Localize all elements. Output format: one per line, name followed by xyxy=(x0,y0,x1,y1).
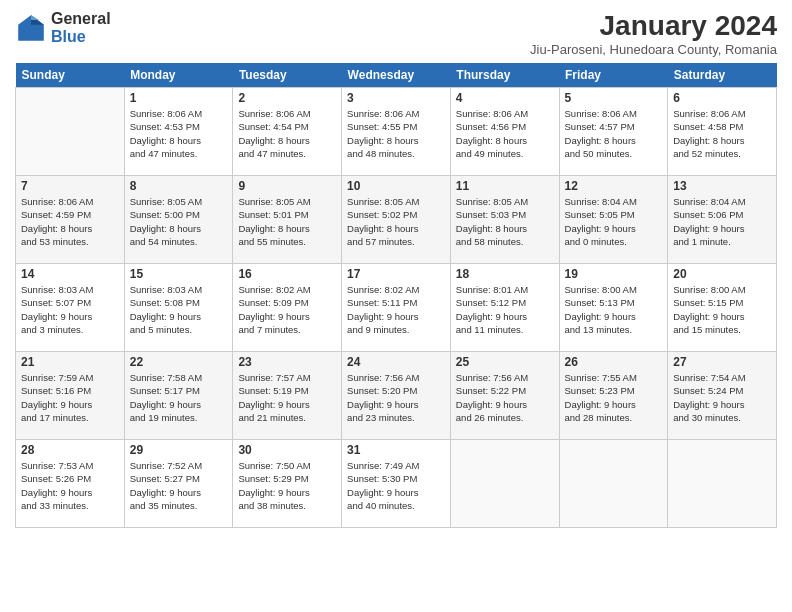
calendar-cell: 9Sunrise: 8:05 AM Sunset: 5:01 PM Daylig… xyxy=(233,176,342,264)
day-number: 5 xyxy=(565,91,663,105)
day-info: Sunrise: 8:06 AM Sunset: 4:54 PM Dayligh… xyxy=(238,107,336,160)
week-row-1: 1Sunrise: 8:06 AM Sunset: 4:53 PM Daylig… xyxy=(16,88,777,176)
day-info: Sunrise: 7:49 AM Sunset: 5:30 PM Dayligh… xyxy=(347,459,445,512)
calendar-cell: 25Sunrise: 7:56 AM Sunset: 5:22 PM Dayli… xyxy=(450,352,559,440)
calendar-cell xyxy=(559,440,668,528)
col-sunday: Sunday xyxy=(16,63,125,88)
logo-icon xyxy=(15,12,47,44)
calendar-cell: 2Sunrise: 8:06 AM Sunset: 4:54 PM Daylig… xyxy=(233,88,342,176)
day-number: 4 xyxy=(456,91,554,105)
day-info: Sunrise: 7:56 AM Sunset: 5:22 PM Dayligh… xyxy=(456,371,554,424)
week-row-5: 28Sunrise: 7:53 AM Sunset: 5:26 PM Dayli… xyxy=(16,440,777,528)
day-number: 2 xyxy=(238,91,336,105)
week-row-3: 14Sunrise: 8:03 AM Sunset: 5:07 PM Dayli… xyxy=(16,264,777,352)
day-number: 27 xyxy=(673,355,771,369)
page: General Blue January 2024 Jiu-Paroseni, … xyxy=(0,0,792,612)
calendar-cell: 15Sunrise: 8:03 AM Sunset: 5:08 PM Dayli… xyxy=(124,264,233,352)
day-info: Sunrise: 8:02 AM Sunset: 5:09 PM Dayligh… xyxy=(238,283,336,336)
calendar-cell: 7Sunrise: 8:06 AM Sunset: 4:59 PM Daylig… xyxy=(16,176,125,264)
day-number: 1 xyxy=(130,91,228,105)
day-number: 20 xyxy=(673,267,771,281)
calendar-cell: 10Sunrise: 8:05 AM Sunset: 5:02 PM Dayli… xyxy=(342,176,451,264)
day-number: 13 xyxy=(673,179,771,193)
calendar-cell: 26Sunrise: 7:55 AM Sunset: 5:23 PM Dayli… xyxy=(559,352,668,440)
svg-marker-2 xyxy=(31,15,39,20)
day-number: 7 xyxy=(21,179,119,193)
col-friday: Friday xyxy=(559,63,668,88)
calendar-cell: 11Sunrise: 8:05 AM Sunset: 5:03 PM Dayli… xyxy=(450,176,559,264)
logo-blue: Blue xyxy=(51,28,111,46)
day-info: Sunrise: 8:05 AM Sunset: 5:03 PM Dayligh… xyxy=(456,195,554,248)
subtitle: Jiu-Paroseni, Hunedoara County, Romania xyxy=(530,42,777,57)
day-info: Sunrise: 7:54 AM Sunset: 5:24 PM Dayligh… xyxy=(673,371,771,424)
day-info: Sunrise: 7:56 AM Sunset: 5:20 PM Dayligh… xyxy=(347,371,445,424)
calendar-cell xyxy=(668,440,777,528)
calendar-cell: 5Sunrise: 8:06 AM Sunset: 4:57 PM Daylig… xyxy=(559,88,668,176)
calendar-cell: 1Sunrise: 8:06 AM Sunset: 4:53 PM Daylig… xyxy=(124,88,233,176)
day-info: Sunrise: 8:05 AM Sunset: 5:01 PM Dayligh… xyxy=(238,195,336,248)
day-info: Sunrise: 8:06 AM Sunset: 4:53 PM Dayligh… xyxy=(130,107,228,160)
calendar-cell: 14Sunrise: 8:03 AM Sunset: 5:07 PM Dayli… xyxy=(16,264,125,352)
calendar-cell: 4Sunrise: 8:06 AM Sunset: 4:56 PM Daylig… xyxy=(450,88,559,176)
day-number: 11 xyxy=(456,179,554,193)
calendar-table: Sunday Monday Tuesday Wednesday Thursday… xyxy=(15,63,777,528)
day-number: 17 xyxy=(347,267,445,281)
day-number: 8 xyxy=(130,179,228,193)
day-number: 14 xyxy=(21,267,119,281)
day-info: Sunrise: 7:55 AM Sunset: 5:23 PM Dayligh… xyxy=(565,371,663,424)
col-thursday: Thursday xyxy=(450,63,559,88)
day-number: 26 xyxy=(565,355,663,369)
calendar-cell: 27Sunrise: 7:54 AM Sunset: 5:24 PM Dayli… xyxy=(668,352,777,440)
day-info: Sunrise: 8:01 AM Sunset: 5:12 PM Dayligh… xyxy=(456,283,554,336)
day-number: 12 xyxy=(565,179,663,193)
day-info: Sunrise: 8:00 AM Sunset: 5:13 PM Dayligh… xyxy=(565,283,663,336)
day-number: 3 xyxy=(347,91,445,105)
calendar-cell: 22Sunrise: 7:58 AM Sunset: 5:17 PM Dayli… xyxy=(124,352,233,440)
day-number: 25 xyxy=(456,355,554,369)
logo-text: General Blue xyxy=(51,10,111,45)
day-number: 28 xyxy=(21,443,119,457)
day-info: Sunrise: 8:06 AM Sunset: 4:58 PM Dayligh… xyxy=(673,107,771,160)
header-row: Sunday Monday Tuesday Wednesday Thursday… xyxy=(16,63,777,88)
day-info: Sunrise: 8:06 AM Sunset: 4:59 PM Dayligh… xyxy=(21,195,119,248)
day-number: 10 xyxy=(347,179,445,193)
calendar-cell: 17Sunrise: 8:02 AM Sunset: 5:11 PM Dayli… xyxy=(342,264,451,352)
calendar-cell: 20Sunrise: 8:00 AM Sunset: 5:15 PM Dayli… xyxy=(668,264,777,352)
col-monday: Monday xyxy=(124,63,233,88)
day-info: Sunrise: 7:50 AM Sunset: 5:29 PM Dayligh… xyxy=(238,459,336,512)
calendar-cell: 6Sunrise: 8:06 AM Sunset: 4:58 PM Daylig… xyxy=(668,88,777,176)
calendar-cell xyxy=(450,440,559,528)
col-wednesday: Wednesday xyxy=(342,63,451,88)
day-number: 18 xyxy=(456,267,554,281)
calendar-cell: 16Sunrise: 8:02 AM Sunset: 5:09 PM Dayli… xyxy=(233,264,342,352)
day-info: Sunrise: 7:57 AM Sunset: 5:19 PM Dayligh… xyxy=(238,371,336,424)
calendar-cell: 23Sunrise: 7:57 AM Sunset: 5:19 PM Dayli… xyxy=(233,352,342,440)
day-number: 23 xyxy=(238,355,336,369)
day-info: Sunrise: 8:03 AM Sunset: 5:08 PM Dayligh… xyxy=(130,283,228,336)
day-info: Sunrise: 7:58 AM Sunset: 5:17 PM Dayligh… xyxy=(130,371,228,424)
day-info: Sunrise: 8:05 AM Sunset: 5:02 PM Dayligh… xyxy=(347,195,445,248)
day-info: Sunrise: 8:04 AM Sunset: 5:05 PM Dayligh… xyxy=(565,195,663,248)
calendar-cell: 12Sunrise: 8:04 AM Sunset: 5:05 PM Dayli… xyxy=(559,176,668,264)
day-number: 31 xyxy=(347,443,445,457)
calendar-cell: 29Sunrise: 7:52 AM Sunset: 5:27 PM Dayli… xyxy=(124,440,233,528)
day-info: Sunrise: 8:00 AM Sunset: 5:15 PM Dayligh… xyxy=(673,283,771,336)
logo: General Blue xyxy=(15,10,111,45)
day-number: 15 xyxy=(130,267,228,281)
day-number: 30 xyxy=(238,443,336,457)
day-info: Sunrise: 8:02 AM Sunset: 5:11 PM Dayligh… xyxy=(347,283,445,336)
day-number: 29 xyxy=(130,443,228,457)
day-info: Sunrise: 8:03 AM Sunset: 5:07 PM Dayligh… xyxy=(21,283,119,336)
calendar-cell: 30Sunrise: 7:50 AM Sunset: 5:29 PM Dayli… xyxy=(233,440,342,528)
day-info: Sunrise: 7:52 AM Sunset: 5:27 PM Dayligh… xyxy=(130,459,228,512)
day-number: 19 xyxy=(565,267,663,281)
col-tuesday: Tuesday xyxy=(233,63,342,88)
calendar-cell: 28Sunrise: 7:53 AM Sunset: 5:26 PM Dayli… xyxy=(16,440,125,528)
day-info: Sunrise: 7:53 AM Sunset: 5:26 PM Dayligh… xyxy=(21,459,119,512)
calendar-cell: 21Sunrise: 7:59 AM Sunset: 5:16 PM Dayli… xyxy=(16,352,125,440)
calendar-cell: 24Sunrise: 7:56 AM Sunset: 5:20 PM Dayli… xyxy=(342,352,451,440)
calendar-cell xyxy=(16,88,125,176)
day-info: Sunrise: 7:59 AM Sunset: 5:16 PM Dayligh… xyxy=(21,371,119,424)
day-info: Sunrise: 8:06 AM Sunset: 4:57 PM Dayligh… xyxy=(565,107,663,160)
week-row-4: 21Sunrise: 7:59 AM Sunset: 5:16 PM Dayli… xyxy=(16,352,777,440)
